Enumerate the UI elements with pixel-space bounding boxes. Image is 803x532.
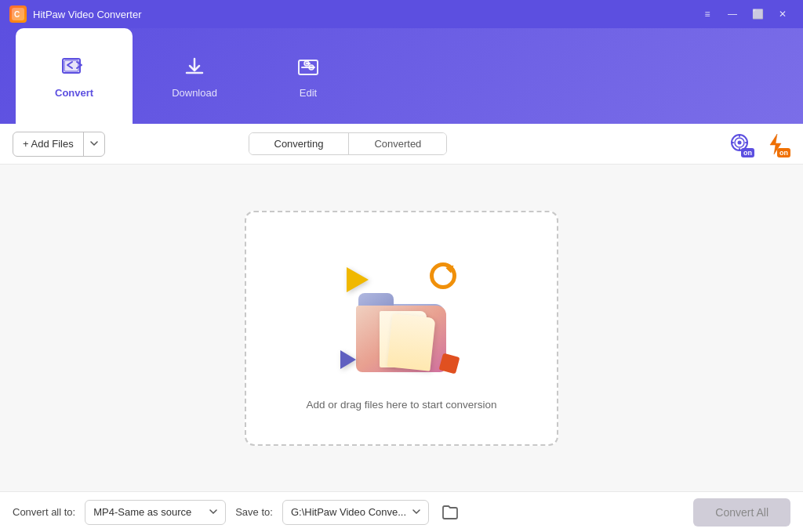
title-bar-left: C HitPaw Video Converter xyxy=(9,5,142,23)
gpu-on-badge: on xyxy=(777,148,790,157)
converting-converted-tabs: Converting Converted xyxy=(249,132,448,155)
save-path-select[interactable]: G:\HitPaw Video Conve... xyxy=(282,500,429,525)
convert-all-button[interactable]: Convert All xyxy=(693,498,790,527)
toolbar: + Add Files Converting Converted on xyxy=(0,124,803,165)
add-files-button[interactable]: + Add Files xyxy=(13,132,105,157)
svg-point-6 xyxy=(309,65,314,70)
converted-tab[interactable]: Converted xyxy=(349,133,446,154)
svg-text:C: C xyxy=(14,10,20,19)
convert-all-to-label: Convert all to: xyxy=(13,506,75,518)
tab-download[interactable]: Download xyxy=(133,28,256,124)
ai-on-badge: on xyxy=(741,148,754,157)
maximize-button[interactable]: ⬜ xyxy=(747,5,768,23)
play-blue-icon xyxy=(340,350,356,369)
browse-folder-button[interactable] xyxy=(438,501,462,524)
save-path-dropdown-icon xyxy=(412,509,420,515)
download-tab-icon xyxy=(182,56,207,82)
tab-edit[interactable]: Edit xyxy=(256,28,360,124)
convert-circle-icon xyxy=(430,262,456,289)
app-title: HitPaw Video Converter xyxy=(33,9,142,20)
drop-zone[interactable]: Add or drag files here to start conversi… xyxy=(245,211,558,446)
add-files-main[interactable]: + Add Files xyxy=(13,132,84,156)
convert-tab-icon xyxy=(61,56,88,82)
edit-tab-icon xyxy=(296,56,321,82)
add-files-dropdown-arrow[interactable] xyxy=(84,132,104,156)
toolbar-right: on on xyxy=(725,129,790,159)
format-select[interactable]: MP4-Same as source xyxy=(85,500,226,525)
gpu-acceleration-button[interactable]: on xyxy=(761,129,790,159)
header: Convert Download xyxy=(0,28,803,124)
svg-point-9 xyxy=(737,140,741,144)
folder-page2 xyxy=(387,313,436,371)
add-files-label: + Add Files xyxy=(23,138,74,150)
title-bar: C HitPaw Video Converter ≡ — ⬜ ✕ xyxy=(0,0,803,28)
format-dropdown-icon xyxy=(209,509,217,515)
close-button[interactable]: ✕ xyxy=(772,5,794,23)
save-path-value: G:\HitPaw Video Conve... xyxy=(291,506,406,518)
save-to-label: Save to: xyxy=(235,506,273,518)
drop-zone-illustration xyxy=(331,245,472,386)
tab-download-label: Download xyxy=(172,87,217,99)
tab-convert-label: Convert xyxy=(55,87,93,99)
play-yellow-icon xyxy=(347,267,369,292)
footer: Convert all to: MP4-Same as source Save … xyxy=(0,491,803,532)
minimize-button[interactable]: — xyxy=(721,5,743,23)
drop-zone-hint: Add or drag files here to start conversi… xyxy=(306,399,496,411)
tab-convert[interactable]: Convert xyxy=(16,28,133,124)
ai-settings-button[interactable]: on xyxy=(725,129,754,159)
svg-point-5 xyxy=(304,61,309,66)
window-controls: ≡ — ⬜ ✕ xyxy=(696,5,794,23)
nav-tabs: Convert Download xyxy=(0,28,360,124)
format-value: MP4-Same as source xyxy=(93,506,191,518)
main-content: Add or drag files here to start conversi… xyxy=(0,165,803,491)
app-logo: C xyxy=(9,5,27,23)
tab-edit-label: Edit xyxy=(300,87,317,99)
converting-tab[interactable]: Converting xyxy=(249,133,350,154)
menu-button[interactable]: ≡ xyxy=(696,5,718,23)
